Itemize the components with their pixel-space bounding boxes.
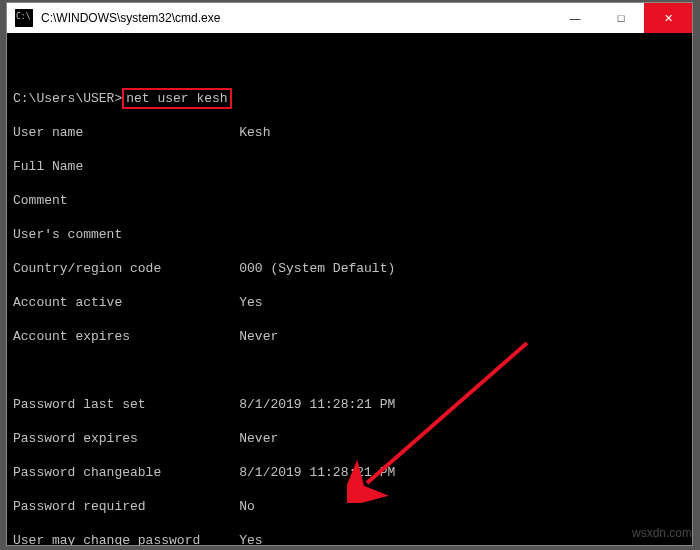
row-expires: Account expires Never [13,328,692,345]
val: Never [239,431,278,446]
row-users-comment: User's comment [13,226,692,243]
val: 8/1/2019 11:28:21 PM [239,465,395,480]
watermark: wsxdn.com [632,526,692,540]
row-pw-exp: Password expires Never [13,430,692,447]
close-button[interactable]: ✕ [644,3,692,33]
row-pw-chg: Password changeable 8/1/2019 11:28:21 PM [13,464,692,481]
row-comment: Comment [13,192,692,209]
blank-line [13,56,692,73]
val: Kesh [239,125,270,140]
blank-line [13,362,692,379]
minimize-button[interactable]: ― [552,3,598,33]
prompt-line: C:\Users\USER>net user kesh [13,90,692,107]
lbl: Account expires [13,329,130,344]
row-country: Country/region code 000 (System Default) [13,260,692,277]
window-title: C:\WINDOWS\system32\cmd.exe [39,11,552,25]
lbl: User may change password [13,533,200,545]
val: No [239,499,255,514]
prompt-text: C:\Users\USER> [13,91,122,106]
lbl: Country/region code [13,261,161,276]
val: Yes [239,295,262,310]
row-pw-user: User may change password Yes [13,532,692,545]
lbl: Password expires [13,431,138,446]
val: Never [239,329,278,344]
lbl: Password required [13,499,146,514]
command-text: net user kesh [126,91,227,106]
lbl: Account active [13,295,122,310]
lbl: Password changeable [13,465,161,480]
row-active: Account active Yes [13,294,692,311]
command-highlight: net user kesh [122,88,231,109]
lbl: User name [13,125,83,140]
cmd-icon [15,9,33,27]
titlebar[interactable]: C:\WINDOWS\system32\cmd.exe ― □ ✕ [7,3,692,33]
row-pw-last: Password last set 8/1/2019 11:28:21 PM [13,396,692,413]
val: Yes [239,533,262,545]
row-username: User name Kesh [13,124,692,141]
maximize-button[interactable]: □ [598,3,644,33]
terminal-output[interactable]: C:\Users\USER>net user kesh User name Ke… [7,33,692,545]
cmd-window: C:\WINDOWS\system32\cmd.exe ― □ ✕ C:\Use… [6,2,693,546]
val: 8/1/2019 11:28:21 PM [239,397,395,412]
row-fullname: Full Name [13,158,692,175]
val: 000 (System Default) [239,261,395,276]
window-controls: ― □ ✕ [552,3,692,33]
lbl: Password last set [13,397,146,412]
row-pw-req: Password required No [13,498,692,515]
